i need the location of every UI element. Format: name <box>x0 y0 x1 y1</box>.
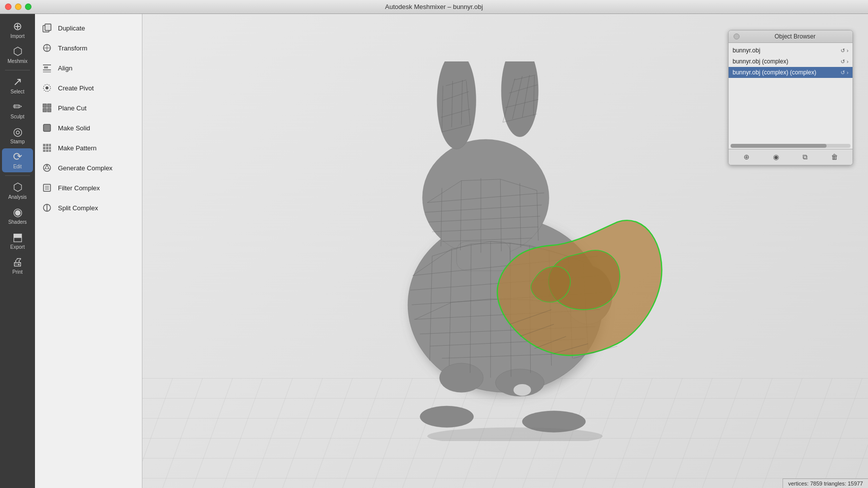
svg-point-37 <box>501 61 538 137</box>
ob-refresh-icon[interactable]: ↺ <box>841 47 845 54</box>
left-toolbar: ⊕ Import ⬡ Meshmix ↗ Select ✏ Sculpt ◎ S… <box>0 14 35 488</box>
export-icon: ⬒ <box>12 232 23 243</box>
analysis-icon: ⬡ <box>13 182 22 193</box>
svg-rect-16 <box>43 144 45 146</box>
ob-item-bunnyr-complex[interactable]: bunnyr.obj (complex) ↺ › <box>729 56 853 67</box>
toolbar-btn-select[interactable]: ↗ Select <box>2 73 33 97</box>
close-button[interactable] <box>5 3 11 10</box>
sculpt-label: Sculpt <box>10 114 24 119</box>
edit-item-transform[interactable]: Transform <box>35 38 142 58</box>
toolbar-btn-print[interactable]: 🖨 Print <box>2 254 33 278</box>
ob-refresh-icon[interactable]: ↺ <box>841 58 845 65</box>
edit-item-align[interactable]: Align <box>35 58 142 78</box>
svg-rect-11 <box>43 104 46 107</box>
object-browser: Object Browser bunnyr.obj ↺ › bunnyr.obj… <box>728 30 853 165</box>
duplicate-icon <box>41 22 53 34</box>
make-pattern-icon <box>41 142 53 154</box>
ob-arrow-icon[interactable]: › <box>847 47 849 54</box>
meshmix-label: Meshmix <box>7 58 27 64</box>
svg-rect-24 <box>49 150 51 152</box>
ob-add-btn[interactable]: ⊕ <box>742 152 752 162</box>
align-label: Align <box>58 64 72 72</box>
toolbar-btn-sculpt[interactable]: ✏ Sculpt <box>2 98 33 122</box>
scrollbar-thumb[interactable] <box>731 144 827 148</box>
transform-icon <box>41 42 53 54</box>
svg-rect-19 <box>43 147 45 149</box>
minimize-button[interactable] <box>15 3 21 10</box>
statusbar: vertices: 7859 triangles: 15977 <box>783 479 868 488</box>
ob-item-actions: ↺ › <box>841 58 849 65</box>
export-label: Export <box>10 244 25 250</box>
analysis-label: Analysis <box>8 194 26 200</box>
svg-rect-21 <box>49 147 51 149</box>
ob-item-bunnyr[interactable]: bunnyr.obj ↺ › <box>729 45 853 56</box>
split-complex-icon <box>41 202 53 214</box>
edit-label: Edit <box>13 164 21 169</box>
svg-rect-14 <box>47 108 51 112</box>
duplicate-label: Duplicate <box>58 24 85 32</box>
maximize-button[interactable] <box>25 3 31 10</box>
import-icon: ⊕ <box>13 21 22 32</box>
edit-item-duplicate[interactable]: Duplicate <box>35 18 142 38</box>
edit-item-split-complex[interactable]: Split Complex <box>35 198 142 218</box>
ob-item-actions: ↺ › <box>841 47 849 54</box>
ob-item-name: bunnyr.obj (complex) <box>733 58 838 65</box>
ob-toggle-btn[interactable]: ◉ <box>771 152 781 162</box>
edit-item-create-pivot[interactable]: Create Pivot <box>35 78 142 98</box>
object-browser-toolbar: ⊕◉⧉🗑 <box>729 149 853 165</box>
svg-point-108 <box>514 384 531 396</box>
edit-icon: ⟳ <box>13 151 22 162</box>
ob-arrow-icon[interactable]: › <box>847 58 849 65</box>
edit-item-filter-complex[interactable]: Filter Complex <box>35 178 142 198</box>
toolbar-btn-export[interactable]: ⬒ Export <box>2 229 33 253</box>
ob-refresh-icon[interactable]: ↺ <box>841 69 845 76</box>
ob-close-button[interactable] <box>734 33 740 39</box>
svg-rect-15 <box>43 124 50 131</box>
edit-item-make-solid[interactable]: Make Solid <box>35 118 142 138</box>
edit-item-generate-complex[interactable]: Generate Complex <box>35 158 142 178</box>
toolbar-btn-meshmix[interactable]: ⬡ Meshmix <box>2 43 33 67</box>
svg-rect-13 <box>43 108 46 112</box>
transform-label: Transform <box>58 44 87 52</box>
select-label: Select <box>10 89 24 94</box>
toolbar-btn-shaders[interactable]: ◉ Shaders <box>2 204 33 228</box>
sculpt-icon: ✏ <box>13 101 22 112</box>
ob-arrow-icon[interactable]: › <box>847 69 849 76</box>
filter-complex-icon <box>41 182 53 194</box>
stamp-icon: ◎ <box>13 126 22 137</box>
toolbar-btn-edit[interactable]: ⟳ Edit <box>2 148 33 172</box>
svg-rect-22 <box>43 150 45 152</box>
make-solid-icon <box>41 122 53 134</box>
create-pivot-icon <box>41 82 53 94</box>
object-browser-scrollbar[interactable] <box>731 144 851 148</box>
filter-complex-label: Filter Complex <box>58 184 100 192</box>
svg-rect-20 <box>46 147 48 149</box>
print-icon: 🖨 <box>12 257 23 268</box>
print-label: Print <box>12 269 23 275</box>
ob-duplicate-btn[interactable]: ⧉ <box>801 152 810 162</box>
plane-cut-icon <box>41 102 53 114</box>
toolbar-divider <box>5 70 30 70</box>
toolbar-btn-import[interactable]: ⊕ Import <box>2 18 33 42</box>
ob-item-actions: ↺ › <box>841 69 849 76</box>
align-icon <box>41 62 53 74</box>
ob-delete-btn[interactable]: 🗑 <box>829 152 840 162</box>
svg-marker-26 <box>45 165 49 169</box>
generate-complex-label: Generate Complex <box>58 164 112 172</box>
select-icon: ↗ <box>13 76 22 87</box>
toolbar-btn-analysis[interactable]: ⬡ Analysis <box>2 179 33 203</box>
ob-item-name: bunnyr.obj (complex) (complex) <box>733 69 838 76</box>
svg-rect-17 <box>46 144 48 146</box>
window-title: Autodesk Meshmixer – bunnyr.obj <box>385 3 483 10</box>
toolbar-btn-stamp[interactable]: ◎ Stamp <box>2 123 33 147</box>
edit-item-plane-cut[interactable]: Plane Cut <box>35 98 142 118</box>
meshmix-icon: ⬡ <box>13 46 22 57</box>
window-controls <box>5 3 31 10</box>
svg-rect-18 <box>49 144 51 146</box>
object-browser-list: bunnyr.obj ↺ › bunnyr.obj (complex) ↺ › … <box>729 43 853 143</box>
ob-item-bunnyr-complex2[interactable]: bunnyr.obj (complex) (complex) ↺ › <box>729 67 853 78</box>
create-pivot-label: Create Pivot <box>58 84 94 92</box>
status-text: vertices: 7859 triangles: 15977 <box>788 481 863 487</box>
svg-rect-1 <box>45 24 51 30</box>
edit-item-make-pattern[interactable]: Make Pattern <box>35 138 142 158</box>
